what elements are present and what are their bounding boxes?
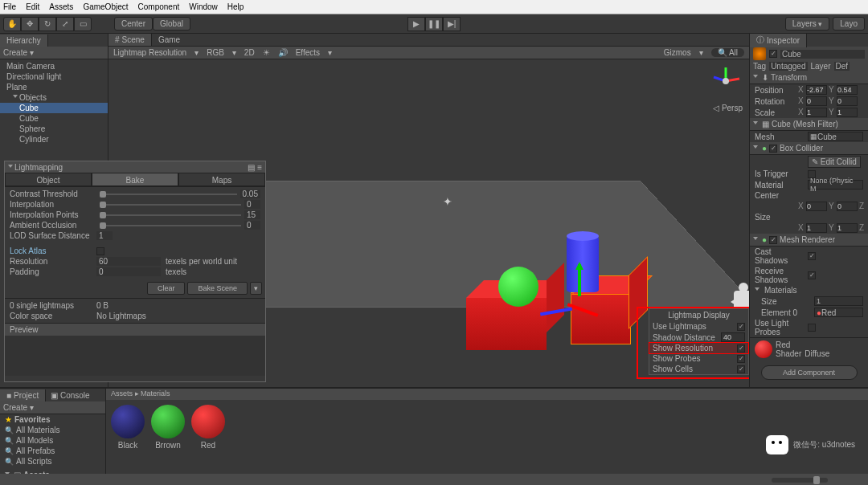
- rect-tool[interactable]: ▭: [74, 17, 92, 31]
- lock-atlas-checkbox[interactable]: [96, 247, 104, 255]
- tag-dropdown[interactable]: Untagged: [769, 62, 807, 71]
- clear-button[interactable]: Clear: [147, 282, 186, 295]
- meshrenderer-header[interactable]: ● ✓Mesh Renderer: [750, 234, 868, 247]
- interp-slider[interactable]: [100, 204, 241, 206]
- menu-file[interactable]: File: [3, 2, 16, 11]
- layer-dropdown[interactable]: Def: [834, 62, 850, 71]
- menu-window[interactable]: Window: [189, 2, 218, 11]
- effects-dropdown[interactable]: Effects: [296, 48, 320, 57]
- create-dropdown[interactable]: Create: [3, 48, 27, 57]
- menu-gameobject[interactable]: GameObject: [83, 2, 128, 11]
- hierarchy-item[interactable]: Cube: [0, 113, 108, 124]
- padding-field[interactable]: 0: [96, 267, 161, 276]
- console-tab[interactable]: ▣ Console: [46, 389, 94, 401]
- size-x[interactable]: [806, 223, 827, 233]
- object-tab[interactable]: Object: [5, 173, 92, 186]
- show-probes-checkbox[interactable]: ✓: [737, 355, 745, 363]
- lod-field[interactable]: 1: [96, 231, 113, 240]
- rgb-dropdown[interactable]: RGB: [207, 48, 224, 57]
- ao-slider[interactable]: [100, 225, 241, 226]
- hierarchy-item[interactable]: Sphere: [0, 124, 108, 134]
- edit-collider-button[interactable]: ✎ Edit Collid: [808, 156, 861, 168]
- show-cells-checkbox[interactable]: ✓: [737, 365, 745, 373]
- menu-component[interactable]: Component: [138, 2, 180, 11]
- 2d-toggle[interactable]: 2D: [244, 48, 255, 57]
- material-item[interactable]: Brrown: [151, 405, 185, 450]
- gizmos-dropdown[interactable]: Gizmos: [664, 48, 691, 57]
- hierarchy-item[interactable]: Plane: [0, 82, 108, 92]
- physmat-field[interactable]: None (Physic M: [808, 180, 863, 190]
- transform-header[interactable]: ⬇ Transform: [750, 71, 868, 84]
- material-item[interactable]: Black: [111, 405, 145, 450]
- preview-header[interactable]: Preview: [5, 323, 265, 336]
- audio-toggle[interactable]: 🔊: [278, 48, 288, 57]
- mat-element0[interactable]: ● Red: [814, 308, 863, 317]
- rotate-tool[interactable]: ↻: [39, 17, 56, 31]
- thumbnail-size-slider[interactable]: [772, 478, 828, 483]
- meshfilter-header[interactable]: ▦ Cube (Mesh Filter): [750, 118, 868, 131]
- hierarchy-tab[interactable]: Hierarchy: [0, 35, 48, 47]
- bake-scene-button[interactable]: Bake Scene: [187, 282, 248, 295]
- show-resolution-checkbox[interactable]: ✓: [737, 344, 745, 353]
- hierarchy-item[interactable]: Objects: [0, 92, 108, 103]
- mat-size[interactable]: 1: [814, 296, 863, 306]
- fav-item[interactable]: All Materials: [16, 426, 59, 434]
- search-field[interactable]: 🔍 All: [711, 48, 744, 57]
- material-item[interactable]: Red: [191, 405, 225, 450]
- pos-y[interactable]: [837, 85, 858, 95]
- maps-tab[interactable]: Maps: [178, 173, 265, 186]
- scale-y[interactable]: [837, 108, 858, 117]
- interp-points-slider[interactable]: [100, 214, 241, 216]
- favorites-header[interactable]: Favorites: [14, 415, 50, 424]
- resolution-field[interactable]: 60: [96, 257, 161, 266]
- use-lightmaps-checkbox[interactable]: ✓: [737, 323, 745, 331]
- size-y[interactable]: [837, 223, 858, 233]
- center-x[interactable]: [806, 202, 827, 211]
- fav-item[interactable]: All Scripts: [16, 457, 51, 466]
- pause-button[interactable]: ❚❚: [425, 17, 443, 31]
- fav-item[interactable]: All Prefabs: [16, 446, 55, 455]
- inspector-tab[interactable]: ⓘ Inspector: [750, 34, 807, 47]
- contrast-slider[interactable]: [100, 194, 237, 195]
- space-toggle[interactable]: Global: [153, 17, 190, 31]
- hierarchy-item[interactable]: Directional light: [0, 71, 108, 82]
- step-button[interactable]: ▶|: [443, 17, 461, 31]
- bake-tab[interactable]: Bake: [92, 173, 178, 186]
- menu-assets[interactable]: Assets: [49, 2, 73, 11]
- boxcollider-header[interactable]: ● ✓Box Collider: [750, 142, 868, 155]
- layout-dropdown[interactable]: Layo: [833, 17, 865, 31]
- y-axis-gizmo[interactable]: [578, 264, 581, 296]
- fav-item[interactable]: All Models: [16, 436, 53, 445]
- recvshadows-checkbox[interactable]: ✓: [808, 271, 816, 279]
- layers-dropdown[interactable]: Layers ▾: [785, 17, 830, 31]
- move-tool[interactable]: ✥: [21, 17, 39, 31]
- scale-tool[interactable]: ⤢: [56, 17, 74, 31]
- lightprobes-checkbox[interactable]: [808, 324, 816, 332]
- light-toggle[interactable]: ☀: [263, 48, 270, 57]
- menu-help[interactable]: Help: [227, 2, 244, 11]
- axis-widget[interactable]: [709, 64, 743, 98]
- game-tab[interactable]: Game: [152, 34, 186, 46]
- center-y[interactable]: [837, 202, 858, 211]
- window-menu-icon[interactable]: ▤ ≡: [248, 163, 262, 172]
- object-name-field[interactable]: Cube: [780, 50, 865, 59]
- pivot-toggle[interactable]: Center: [114, 17, 153, 31]
- shader-dropdown[interactable]: Diffuse: [805, 349, 863, 358]
- menu-edit[interactable]: Edit: [26, 2, 39, 11]
- bake-dropdown[interactable]: ▾: [250, 282, 262, 295]
- create-dropdown[interactable]: Create: [3, 403, 27, 412]
- rot-y[interactable]: [837, 96, 858, 106]
- hierarchy-item[interactable]: Cube: [0, 103, 108, 113]
- hierarchy-item[interactable]: Cylinder: [0, 134, 108, 145]
- breadcrumb[interactable]: Assets ▸ Materials: [106, 389, 868, 400]
- render-mode-dropdown[interactable]: Lightmap Resolution: [113, 48, 186, 57]
- add-component-button[interactable]: Add Component: [761, 365, 858, 380]
- project-tab[interactable]: ■ Project: [0, 389, 46, 401]
- pos-x[interactable]: [806, 85, 827, 95]
- rot-x[interactable]: [806, 96, 827, 106]
- hierarchy-item[interactable]: Main Camera: [0, 61, 108, 71]
- mesh-field[interactable]: ▦ Cube: [808, 132, 863, 141]
- castshadows-checkbox[interactable]: ✓: [808, 252, 816, 260]
- scale-x[interactable]: [806, 108, 827, 117]
- play-button[interactable]: ▶: [407, 17, 425, 31]
